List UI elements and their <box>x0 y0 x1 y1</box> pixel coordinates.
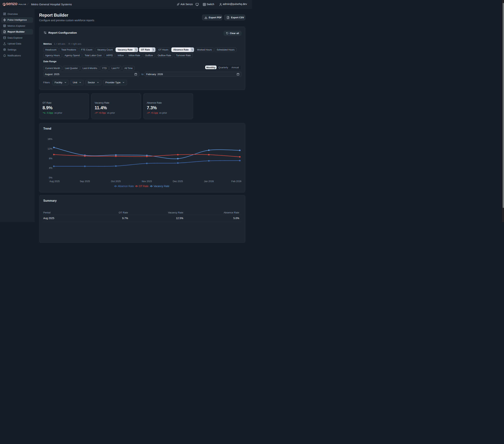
svg-text:12%: 12% <box>48 147 52 150</box>
svg-text:Jan 2026: Jan 2026 <box>204 180 214 182</box>
svg-text:Sep 2025: Sep 2025 <box>80 180 90 182</box>
svg-text:Aug 2025: Aug 2025 <box>50 180 60 182</box>
svg-text:4%: 4% <box>49 167 53 169</box>
svg-text:Nov 2025: Nov 2025 <box>142 180 152 182</box>
svg-text:Oct 2025: Oct 2025 <box>111 180 121 182</box>
svg-text:Vacancy Rate: Vacancy Rate <box>154 185 169 188</box>
svg-text:0%: 0% <box>49 176 53 179</box>
svg-text:Dec 2025: Dec 2025 <box>173 180 183 182</box>
svg-text:16%: 16% <box>48 138 52 140</box>
svg-text:Feb 2026: Feb 2026 <box>231 180 241 182</box>
svg-text:8%: 8% <box>49 157 53 160</box>
svg-text:OT Rate: OT Rate <box>139 185 148 188</box>
svg-text:Absence Rate: Absence Rate <box>118 185 134 188</box>
